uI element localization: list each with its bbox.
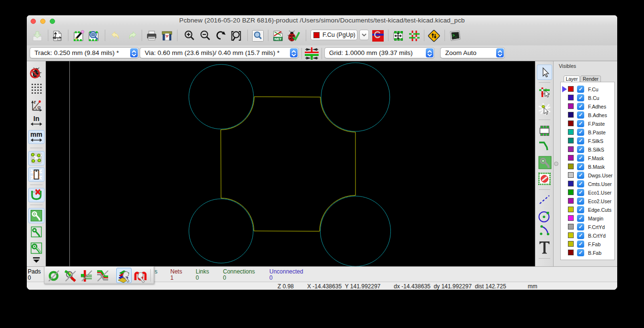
svg-text:In: In (33, 115, 39, 122)
svg-text:mm: mm (31, 131, 43, 138)
svg-text:φ: φ (37, 104, 41, 110)
svg-text:NET: NET (275, 37, 282, 41)
svg-text:r: r (34, 99, 36, 105)
svg-text:>_: >_ (453, 33, 457, 38)
